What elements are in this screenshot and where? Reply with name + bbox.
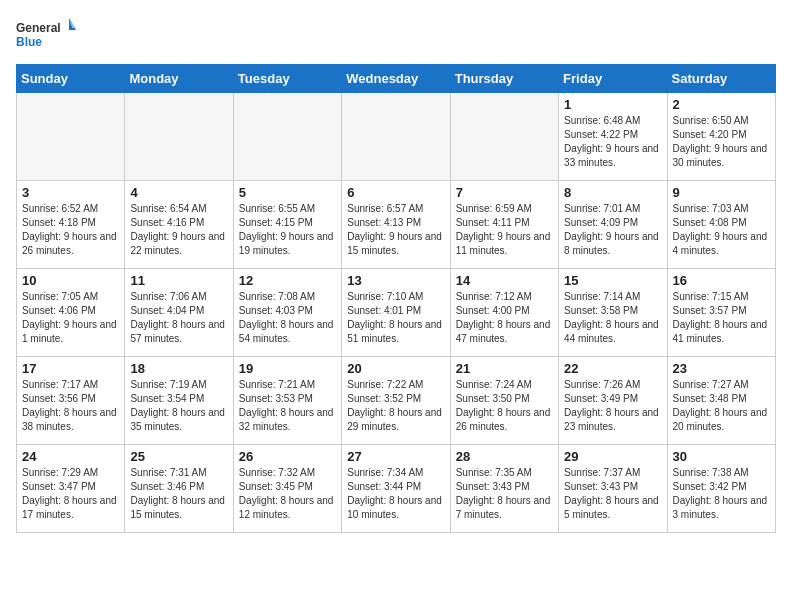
day-number: 7 [456,185,553,200]
calendar-cell: 20Sunrise: 7:22 AM Sunset: 3:52 PM Dayli… [342,357,450,445]
day-number: 16 [673,273,770,288]
day-number: 12 [239,273,336,288]
weekday-header: Saturday [667,65,775,93]
svg-text:General: General [16,21,61,35]
calendar-cell: 14Sunrise: 7:12 AM Sunset: 4:00 PM Dayli… [450,269,558,357]
calendar-cell: 21Sunrise: 7:24 AM Sunset: 3:50 PM Dayli… [450,357,558,445]
calendar-cell: 30Sunrise: 7:38 AM Sunset: 3:42 PM Dayli… [667,445,775,533]
weekday-header: Sunday [17,65,125,93]
day-info: Sunrise: 7:06 AM Sunset: 4:04 PM Dayligh… [130,290,227,346]
day-number: 21 [456,361,553,376]
day-number: 17 [22,361,119,376]
day-number: 13 [347,273,444,288]
weekday-header: Thursday [450,65,558,93]
day-info: Sunrise: 7:17 AM Sunset: 3:56 PM Dayligh… [22,378,119,434]
calendar-cell: 8Sunrise: 7:01 AM Sunset: 4:09 PM Daylig… [559,181,667,269]
day-info: Sunrise: 7:29 AM Sunset: 3:47 PM Dayligh… [22,466,119,522]
day-number: 18 [130,361,227,376]
calendar-cell: 28Sunrise: 7:35 AM Sunset: 3:43 PM Dayli… [450,445,558,533]
day-info: Sunrise: 7:22 AM Sunset: 3:52 PM Dayligh… [347,378,444,434]
day-info: Sunrise: 7:14 AM Sunset: 3:58 PM Dayligh… [564,290,661,346]
calendar-cell: 2Sunrise: 6:50 AM Sunset: 4:20 PM Daylig… [667,93,775,181]
calendar-cell: 9Sunrise: 7:03 AM Sunset: 4:08 PM Daylig… [667,181,775,269]
weekday-header: Wednesday [342,65,450,93]
calendar-cell: 5Sunrise: 6:55 AM Sunset: 4:15 PM Daylig… [233,181,341,269]
day-info: Sunrise: 6:54 AM Sunset: 4:16 PM Dayligh… [130,202,227,258]
calendar-cell [342,93,450,181]
day-info: Sunrise: 6:55 AM Sunset: 4:15 PM Dayligh… [239,202,336,258]
day-number: 29 [564,449,661,464]
calendar-cell: 7Sunrise: 6:59 AM Sunset: 4:11 PM Daylig… [450,181,558,269]
calendar-cell: 1Sunrise: 6:48 AM Sunset: 4:22 PM Daylig… [559,93,667,181]
day-number: 9 [673,185,770,200]
logo: General Blue [16,16,76,56]
day-number: 14 [456,273,553,288]
calendar-cell: 22Sunrise: 7:26 AM Sunset: 3:49 PM Dayli… [559,357,667,445]
day-number: 22 [564,361,661,376]
day-info: Sunrise: 7:24 AM Sunset: 3:50 PM Dayligh… [456,378,553,434]
calendar-cell: 6Sunrise: 6:57 AM Sunset: 4:13 PM Daylig… [342,181,450,269]
svg-text:Blue: Blue [16,35,42,49]
calendar-cell: 19Sunrise: 7:21 AM Sunset: 3:53 PM Dayli… [233,357,341,445]
calendar-table: SundayMondayTuesdayWednesdayThursdayFrid… [16,64,776,533]
weekday-header: Friday [559,65,667,93]
calendar-cell: 15Sunrise: 7:14 AM Sunset: 3:58 PM Dayli… [559,269,667,357]
day-number: 10 [22,273,119,288]
calendar-cell [450,93,558,181]
calendar-cell [125,93,233,181]
day-number: 2 [673,97,770,112]
calendar-week-row: 17Sunrise: 7:17 AM Sunset: 3:56 PM Dayli… [17,357,776,445]
calendar-cell: 10Sunrise: 7:05 AM Sunset: 4:06 PM Dayli… [17,269,125,357]
day-number: 19 [239,361,336,376]
day-info: Sunrise: 7:34 AM Sunset: 3:44 PM Dayligh… [347,466,444,522]
day-info: Sunrise: 7:05 AM Sunset: 4:06 PM Dayligh… [22,290,119,346]
day-number: 25 [130,449,227,464]
day-info: Sunrise: 7:19 AM Sunset: 3:54 PM Dayligh… [130,378,227,434]
calendar-cell [233,93,341,181]
calendar-cell: 16Sunrise: 7:15 AM Sunset: 3:57 PM Dayli… [667,269,775,357]
day-number: 11 [130,273,227,288]
weekday-header-row: SundayMondayTuesdayWednesdayThursdayFrid… [17,65,776,93]
day-number: 24 [22,449,119,464]
day-info: Sunrise: 6:57 AM Sunset: 4:13 PM Dayligh… [347,202,444,258]
day-info: Sunrise: 7:32 AM Sunset: 3:45 PM Dayligh… [239,466,336,522]
day-number: 30 [673,449,770,464]
calendar-cell [17,93,125,181]
day-number: 5 [239,185,336,200]
day-info: Sunrise: 7:26 AM Sunset: 3:49 PM Dayligh… [564,378,661,434]
day-info: Sunrise: 7:15 AM Sunset: 3:57 PM Dayligh… [673,290,770,346]
day-info: Sunrise: 6:50 AM Sunset: 4:20 PM Dayligh… [673,114,770,170]
calendar-cell: 18Sunrise: 7:19 AM Sunset: 3:54 PM Dayli… [125,357,233,445]
day-number: 15 [564,273,661,288]
day-info: Sunrise: 7:12 AM Sunset: 4:00 PM Dayligh… [456,290,553,346]
calendar-cell: 29Sunrise: 7:37 AM Sunset: 3:43 PM Dayli… [559,445,667,533]
day-info: Sunrise: 7:37 AM Sunset: 3:43 PM Dayligh… [564,466,661,522]
day-info: Sunrise: 7:38 AM Sunset: 3:42 PM Dayligh… [673,466,770,522]
calendar-cell: 24Sunrise: 7:29 AM Sunset: 3:47 PM Dayli… [17,445,125,533]
calendar-cell: 13Sunrise: 7:10 AM Sunset: 4:01 PM Dayli… [342,269,450,357]
calendar-week-row: 1Sunrise: 6:48 AM Sunset: 4:22 PM Daylig… [17,93,776,181]
day-info: Sunrise: 7:35 AM Sunset: 3:43 PM Dayligh… [456,466,553,522]
day-info: Sunrise: 6:48 AM Sunset: 4:22 PM Dayligh… [564,114,661,170]
day-number: 4 [130,185,227,200]
day-info: Sunrise: 7:03 AM Sunset: 4:08 PM Dayligh… [673,202,770,258]
calendar-week-row: 3Sunrise: 6:52 AM Sunset: 4:18 PM Daylig… [17,181,776,269]
day-info: Sunrise: 7:08 AM Sunset: 4:03 PM Dayligh… [239,290,336,346]
weekday-header: Tuesday [233,65,341,93]
calendar-week-row: 10Sunrise: 7:05 AM Sunset: 4:06 PM Dayli… [17,269,776,357]
day-number: 23 [673,361,770,376]
calendar-cell: 17Sunrise: 7:17 AM Sunset: 3:56 PM Dayli… [17,357,125,445]
day-number: 3 [22,185,119,200]
day-number: 28 [456,449,553,464]
day-info: Sunrise: 7:10 AM Sunset: 4:01 PM Dayligh… [347,290,444,346]
day-number: 26 [239,449,336,464]
page-header: General Blue [16,16,776,56]
weekday-header: Monday [125,65,233,93]
calendar-cell: 25Sunrise: 7:31 AM Sunset: 3:46 PM Dayli… [125,445,233,533]
day-number: 1 [564,97,661,112]
day-number: 27 [347,449,444,464]
day-info: Sunrise: 7:01 AM Sunset: 4:09 PM Dayligh… [564,202,661,258]
day-number: 20 [347,361,444,376]
day-info: Sunrise: 7:31 AM Sunset: 3:46 PM Dayligh… [130,466,227,522]
calendar-cell: 27Sunrise: 7:34 AM Sunset: 3:44 PM Dayli… [342,445,450,533]
